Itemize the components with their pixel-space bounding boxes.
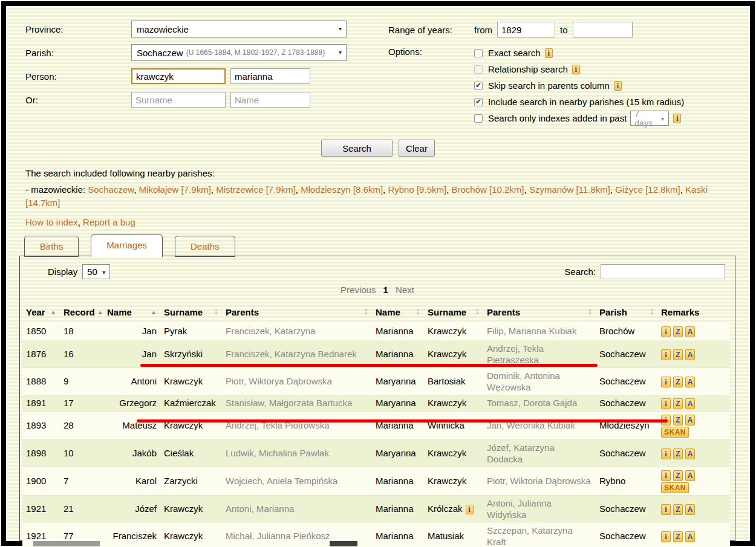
z-icon-button[interactable]: Z xyxy=(673,470,683,481)
or-name-input[interactable] xyxy=(230,92,310,108)
column-header-year[interactable]: Year▲ xyxy=(22,302,60,322)
z-icon-button[interactable]: Z xyxy=(673,326,683,337)
a-icon-button[interactable]: A xyxy=(685,398,695,409)
info-icon[interactable]: i xyxy=(545,48,553,58)
pagination-page[interactable]: 1 xyxy=(383,285,388,295)
column-header-record[interactable]: Record▲ xyxy=(60,302,103,322)
cell-parish: Młodzieszyn xyxy=(596,411,657,439)
parish-selected-value: Sochaczew xyxy=(137,48,183,58)
z-icon-button[interactable]: Z xyxy=(673,377,683,387)
or-surname-input[interactable] xyxy=(131,92,226,108)
checkbox-recent-indexes[interactable] xyxy=(474,114,483,123)
sort-down-icon: ▼ xyxy=(475,312,480,316)
info-icon[interactable]: i xyxy=(466,505,474,514)
report-bug-link[interactable]: Report a bug xyxy=(83,217,135,227)
column-header-name[interactable]: Name▲ xyxy=(103,302,160,322)
sort-asc-icon[interactable]: ▲ xyxy=(151,309,157,316)
checkbox-relationship-search[interactable] xyxy=(474,65,483,74)
tab-marriages[interactable]: Marriages xyxy=(91,235,163,257)
option-recent-indexes: Search only indexes added in past7 days▾… xyxy=(474,110,745,126)
column-header-surname[interactable]: Surname▲▼ xyxy=(160,302,222,322)
parish-link[interactable]: Młodzieszyn [8.6km] xyxy=(301,184,383,195)
how-to-index-link[interactable]: How to index xyxy=(25,217,78,227)
a-icon-button[interactable]: A xyxy=(685,377,695,387)
year-to-input[interactable] xyxy=(573,22,633,37)
column-header-remarks[interactable]: Remarks xyxy=(657,302,730,322)
days-select[interactable]: 7 days▾ xyxy=(630,111,669,126)
z-icon-button[interactable]: Z xyxy=(673,398,683,409)
sort-icon[interactable]: ▲▼ xyxy=(475,308,480,316)
checkbox-nearby-parishes[interactable] xyxy=(474,98,483,106)
person-name-input[interactable] xyxy=(230,68,310,84)
info-icon-button[interactable]: i xyxy=(661,531,671,542)
parish-link[interactable]: Brochów [10.2km] xyxy=(451,184,524,195)
cell-remarks: iZASKAN xyxy=(657,411,730,439)
info-icon-button[interactable]: i xyxy=(661,448,671,459)
parish-link[interactable]: Mikołajew [7.9km] xyxy=(139,184,211,195)
z-icon-button[interactable]: Z xyxy=(673,504,683,515)
person-surname-input[interactable] xyxy=(131,68,226,84)
column-header-label: Parish xyxy=(599,307,627,317)
sort-icon[interactable]: ▲▼ xyxy=(650,308,654,316)
a-icon-button[interactable]: A xyxy=(685,504,695,515)
pagination-next[interactable]: Next xyxy=(396,285,414,295)
tab-births[interactable]: Births xyxy=(24,236,79,257)
cell-record: 7 xyxy=(60,467,103,495)
a-icon-button[interactable]: A xyxy=(685,470,695,481)
search-form-right: Range of years: from to Options: Exact s… xyxy=(388,21,745,126)
skan-button[interactable]: SKAN xyxy=(661,482,689,493)
parish-select[interactable]: Sochaczew (U 1665-1884, M 1802-1927, Z 1… xyxy=(131,44,347,61)
sort-asc-icon[interactable]: ▲ xyxy=(50,309,56,316)
a-icon-button[interactable]: A xyxy=(685,448,695,459)
display-select[interactable]: 50 ▾ xyxy=(82,264,110,279)
z-icon-button[interactable]: Z xyxy=(673,349,683,360)
search-button[interactable]: Search xyxy=(321,140,393,157)
z-icon-button[interactable]: Z xyxy=(673,415,683,426)
sort-icon[interactable]: ▲▼ xyxy=(214,308,218,316)
checkbox-exact-search[interactable] xyxy=(474,49,483,57)
cell-groom-name: Grzegorz xyxy=(103,395,160,411)
parish-link[interactable]: Mistrzewice [7.9km] xyxy=(216,184,296,195)
column-header-parents[interactable]: Parents▲▼ xyxy=(222,302,372,322)
parish-link[interactable]: Sochaczew xyxy=(88,184,134,195)
cell-groom-surname: Krawczyk xyxy=(160,367,222,395)
info-icon[interactable]: i xyxy=(673,114,681,123)
province-select[interactable]: mazowieckie ▾ xyxy=(131,21,347,37)
z-icon-button[interactable]: Z xyxy=(673,448,683,459)
sort-down-icon: ▼ xyxy=(364,312,368,316)
parish-link[interactable]: Szymanów [11.8km] xyxy=(529,184,610,195)
info-icon-button[interactable]: i xyxy=(661,349,671,360)
z-icon-button[interactable]: Z xyxy=(673,531,683,542)
cell-bride-parents: Jan, Weronika Kubiak xyxy=(483,411,596,439)
info-icon-button[interactable]: i xyxy=(661,470,671,481)
a-icon-button[interactable]: A xyxy=(685,531,695,542)
info-icon-button[interactable]: i xyxy=(661,377,671,387)
column-header-parents[interactable]: Parents▲▼ xyxy=(483,302,596,322)
sort-icon[interactable]: ▲▼ xyxy=(364,308,368,316)
info-icon-button[interactable]: i xyxy=(661,504,671,515)
sort-asc-icon[interactable]: ▲ xyxy=(97,309,103,316)
column-header-surname[interactable]: Surname▲▼ xyxy=(424,302,483,322)
sort-icon[interactable]: ▲▼ xyxy=(416,308,420,316)
table-search-input[interactable] xyxy=(601,264,725,279)
a-icon-button[interactable]: A xyxy=(685,349,695,360)
sort-icon[interactable]: ▲▼ xyxy=(588,308,592,316)
a-icon-button[interactable]: A xyxy=(685,326,695,337)
info-icon-button[interactable]: i xyxy=(661,326,671,337)
info-icon[interactable]: i xyxy=(614,81,622,91)
info-icon[interactable]: i xyxy=(572,65,580,74)
column-header-parish[interactable]: Parish▲▼ xyxy=(596,302,657,322)
year-from-input[interactable] xyxy=(497,22,555,37)
a-icon-button[interactable]: A xyxy=(685,415,695,426)
parish-link[interactable]: Giżyce [12.8km] xyxy=(615,184,680,195)
checkbox-skip-parents[interactable] xyxy=(474,82,483,90)
skan-button[interactable]: SKAN xyxy=(661,427,689,438)
nearby-intro-text: The search included following nearby par… xyxy=(25,167,730,180)
cell-bride-name: Marianna xyxy=(372,322,424,340)
column-header-name[interactable]: Name▲▼ xyxy=(372,302,424,322)
pagination-previous[interactable]: Previous xyxy=(341,285,376,295)
parish-link[interactable]: Rybno [9.5km] xyxy=(388,184,446,195)
clear-button[interactable]: Clear xyxy=(399,140,435,157)
tab-deaths[interactable]: Deaths xyxy=(175,236,235,257)
info-icon-button[interactable]: i xyxy=(661,398,671,409)
